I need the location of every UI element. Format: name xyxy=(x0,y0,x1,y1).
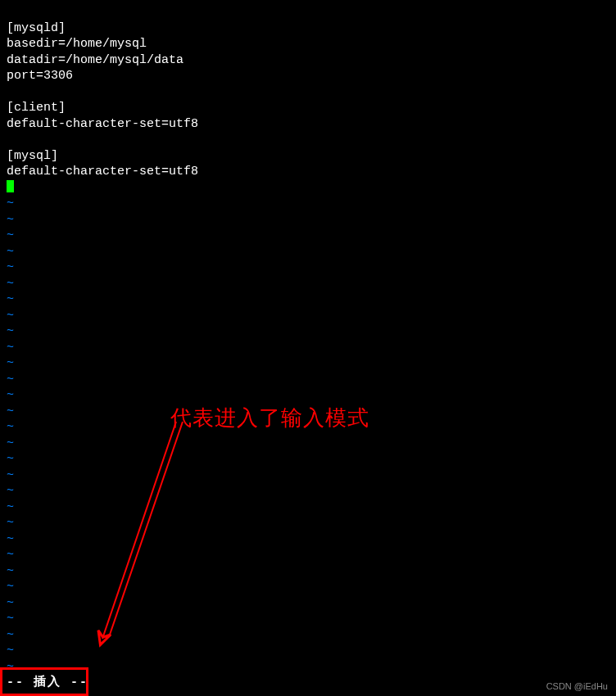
vim-tilde: ~ xyxy=(7,596,14,610)
config-section-mysql: [mysql] xyxy=(7,149,58,163)
vim-tilde: ~ xyxy=(7,468,14,482)
vim-tilde: ~ xyxy=(7,532,14,546)
vim-tilde: ~ xyxy=(7,260,14,274)
config-section-client: [client] xyxy=(7,101,66,115)
vim-tilde: ~ xyxy=(7,324,14,338)
vim-tilde: ~ xyxy=(7,404,14,418)
watermark-text: CSDN @iEdHu xyxy=(546,681,608,691)
vim-tilde: ~ xyxy=(7,213,14,227)
insert-mode-indicator: -- 插入 -- xyxy=(7,676,88,689)
vim-tilde: ~ xyxy=(7,484,14,498)
vim-tilde: ~ xyxy=(7,197,14,210)
vim-tilde: ~ xyxy=(7,516,14,530)
config-client-charset: default-character-set=utf8 xyxy=(7,117,198,131)
vim-tilde: ~ xyxy=(7,660,14,674)
config-mysql-charset: default-character-set=utf8 xyxy=(7,165,198,179)
vim-tilde: ~ xyxy=(7,452,14,466)
vim-tilde: ~ xyxy=(7,277,14,291)
vim-tilde: ~ xyxy=(7,420,14,434)
vim-tilde: ~ xyxy=(7,548,14,562)
config-port: port=3306 xyxy=(7,69,73,83)
vim-tilde: ~ xyxy=(7,309,14,323)
vim-tilde: ~ xyxy=(7,356,14,370)
vim-status-bar: -- 插入 -- xyxy=(0,674,616,689)
vim-tilde: ~ xyxy=(7,388,14,402)
config-basedir: basedir=/home/mysql xyxy=(7,37,147,51)
vim-tilde: ~ xyxy=(7,644,14,658)
vim-tilde: ~ xyxy=(7,245,14,259)
vim-tilde: ~ xyxy=(7,580,14,594)
vim-tilde: ~ xyxy=(7,373,14,386)
vim-tilde: ~ xyxy=(7,564,14,578)
vim-tilde: ~ xyxy=(7,292,14,306)
vim-tilde: ~ xyxy=(7,341,14,355)
vim-tilde: ~ xyxy=(7,500,14,514)
vim-editor[interactable]: [mysqld] basedir=/home/mysql datadir=/ho… xyxy=(0,0,616,679)
vim-tilde: ~ xyxy=(7,228,14,242)
config-datadir: datadir=/home/mysql/data xyxy=(7,53,183,67)
vim-tilde: ~ xyxy=(7,436,14,450)
cursor-icon xyxy=(7,180,14,192)
config-section-mysqld: [mysqld] xyxy=(7,21,66,35)
vim-tilde: ~ xyxy=(7,612,14,626)
vim-tilde: ~ xyxy=(7,628,14,642)
